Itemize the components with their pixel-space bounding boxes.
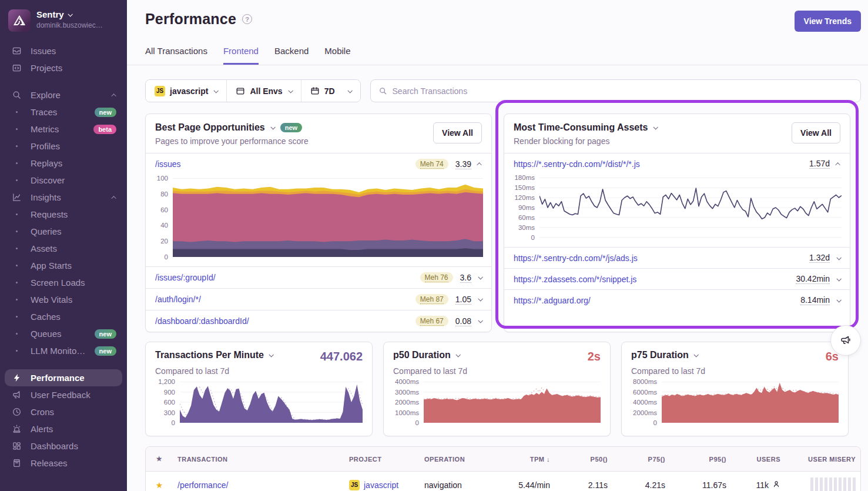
mini-panel-title[interactable]: Transactions Per Minute <box>155 350 273 360</box>
column-header-users[interactable]: USERS <box>731 456 785 463</box>
chevron-down-icon[interactable] <box>478 296 482 301</box>
sidebar-item-requests[interactable]: Requests <box>5 206 122 223</box>
sidebar-item-explore[interactable]: Explore <box>5 86 122 103</box>
tab-mobile[interactable]: Mobile <box>324 46 350 65</box>
chevron-down-icon[interactable] <box>836 298 841 302</box>
insights-icon <box>11 192 22 202</box>
row-link[interactable]: https://*.sentry-cdn.com/*/js/ads.js <box>514 253 638 263</box>
row-link[interactable]: https://*.adguard.org/ <box>514 296 591 305</box>
y-axis-tick-label: 2000ms <box>395 399 419 406</box>
operation-cell: navigation <box>420 480 489 490</box>
column-header-p75[interactable]: P75() <box>612 456 670 463</box>
row-link[interactable]: /auth/login/*/ <box>155 295 201 304</box>
sidebar-item-discover[interactable]: Discover <box>5 172 122 189</box>
alerts-icon <box>11 424 22 434</box>
help-icon[interactable]: ? <box>242 14 252 24</box>
row-link[interactable]: /issues/:groupId/ <box>155 273 216 282</box>
best-pages-view-all-button[interactable]: View All <box>433 122 482 143</box>
chevron-down-icon[interactable] <box>478 275 482 279</box>
row-link[interactable]: https://*.zdassets.com/*/snippet.js <box>514 275 636 284</box>
projects-icon <box>11 63 22 73</box>
y-axis-tick-label: 600 <box>164 399 175 406</box>
bullet-icon-wrap <box>11 179 22 181</box>
sidebar-item-profiles[interactable]: Profiles <box>5 138 122 155</box>
sort-desc-icon: ↓ <box>547 456 550 463</box>
best-pages-title[interactable]: Best Page Opportunities new <box>155 122 309 133</box>
sidebar-item-caches[interactable]: Caches <box>5 308 122 325</box>
mini-chart-plot <box>180 382 363 423</box>
sidebar-item-releases[interactable]: Releases <box>5 455 122 472</box>
project-link[interactable]: javascript <box>364 480 398 490</box>
chevron-up-icon[interactable] <box>835 162 840 167</box>
y-axis-tick-label: 3000ms <box>395 389 419 396</box>
sidebar-item-llm-monito[interactable]: LLM Monito…new <box>5 342 122 359</box>
column-header-tpm[interactable]: TPM ↓ <box>489 456 555 463</box>
row-value: 0.08 <box>455 316 471 326</box>
transaction-link[interactable]: /performance/ <box>177 480 228 490</box>
view-trends-button[interactable]: View Trends <box>795 11 861 32</box>
sidebar-item-metrics[interactable]: Metricsbeta <box>5 121 122 138</box>
transactions-table: ★TRANSACTIONPROJECTOPERATIONTPM ↓P50()P7… <box>145 446 861 491</box>
org-switcher[interactable]: Sentry dominik.buszowiec… <box>0 7 127 38</box>
column-header-p95[interactable]: P95() <box>670 456 731 463</box>
assets-title[interactable]: Most Time-Consuming Assets <box>514 122 657 133</box>
misery-bar <box>843 477 846 491</box>
sidebar-item-label: User Feedback <box>31 390 116 400</box>
column-header-transaction[interactable]: TRANSACTION <box>173 456 344 463</box>
search-input[interactable] <box>393 86 853 96</box>
mini-panel-title[interactable]: p50 Duration <box>393 350 460 360</box>
chevron-down-icon[interactable] <box>836 276 841 281</box>
sidebar-item-alerts[interactable]: Alerts <box>5 420 122 437</box>
sidebar-item-issues[interactable]: Issues <box>5 42 122 59</box>
star-icon[interactable]: ★ <box>146 480 173 490</box>
sidebar-item-replays[interactable]: Replays <box>5 155 122 172</box>
project-filter[interactable]: JS javascript <box>146 80 227 102</box>
tab-backend[interactable]: Backend <box>274 46 309 65</box>
bullet-icon-wrap <box>11 145 22 147</box>
app-root: Sentry dominik.buszowiec… IssuesProjects… <box>0 0 868 491</box>
chevron-down-icon <box>269 352 273 357</box>
mini-panel-title[interactable]: p75 Duration <box>631 350 698 360</box>
assets-view-all-button[interactable]: View All <box>792 122 840 143</box>
y-axis-tick-label: 80 <box>160 191 168 198</box>
sidebar-item-insights[interactable]: Insights <box>5 189 122 206</box>
row-link[interactable]: /issues <box>155 159 181 169</box>
sidebar-item-projects[interactable]: Projects <box>5 59 122 76</box>
sidebar-item-user-feedback[interactable]: User Feedback <box>5 386 122 403</box>
sidebar-item-screen-loads[interactable]: Screen Loads <box>5 274 122 291</box>
column-header-user-misery[interactable]: USER MISERY <box>785 456 860 463</box>
sidebar-item-traces[interactable]: Tracesnew <box>5 103 122 121</box>
row-link[interactable]: /dashboard/:dashboardId/ <box>155 316 249 326</box>
sidebar-item-assets[interactable]: Assets <box>5 240 122 257</box>
chevron-down-icon[interactable] <box>478 318 482 323</box>
sidebar-item-web-vitals[interactable]: Web Vitals <box>5 291 122 308</box>
chevron-down-icon[interactable] <box>836 255 841 260</box>
star-icon[interactable]: ★ <box>146 455 173 463</box>
column-header-p50[interactable]: P50() <box>555 456 612 463</box>
tab-frontend[interactable]: Frontend <box>223 46 259 65</box>
feedback-fab-button[interactable] <box>830 325 861 356</box>
panel-row: /issues/:groupId/Meh 763.6 <box>146 266 491 288</box>
column-header-operation[interactable]: OPERATION <box>420 456 489 463</box>
sidebar-item-queries[interactable]: Queries <box>5 223 122 240</box>
sidebar-item-dashboards[interactable]: Dashboards <box>5 437 122 455</box>
sidebar-item-queues[interactable]: Queuesnew <box>5 325 122 342</box>
sidebar-item-crons[interactable]: Crons <box>5 403 122 420</box>
sidebar-item-app-starts[interactable]: App Starts <box>5 257 122 274</box>
y-axis-tick-label: 150ms <box>514 184 535 191</box>
tab-all-transactions[interactable]: All Transactions <box>145 46 207 65</box>
chevron-down-icon <box>693 352 698 357</box>
environment-filter[interactable]: All Envs <box>227 80 301 102</box>
dashboards-icon <box>11 441 22 451</box>
sidebar-item-label: Screen Loads <box>31 278 116 288</box>
mini-panel-subtitle: Compared to last 7d <box>393 366 601 376</box>
date-range-filter[interactable]: 7D <box>301 80 360 102</box>
sidebar-item-performance[interactable]: Performance <box>5 369 122 386</box>
y-axis-tick-label: 4000ms <box>395 378 419 385</box>
misery-bar <box>853 477 856 491</box>
row-link[interactable]: https://*.sentry-cdn.com/*/dist/*/*.js <box>514 159 640 169</box>
row-value: 8.14min <box>800 295 830 305</box>
column-header-project[interactable]: PROJECT <box>344 456 420 463</box>
chevron-up-icon[interactable] <box>477 162 481 167</box>
row-metrics: Meh 670.08 <box>415 316 482 326</box>
